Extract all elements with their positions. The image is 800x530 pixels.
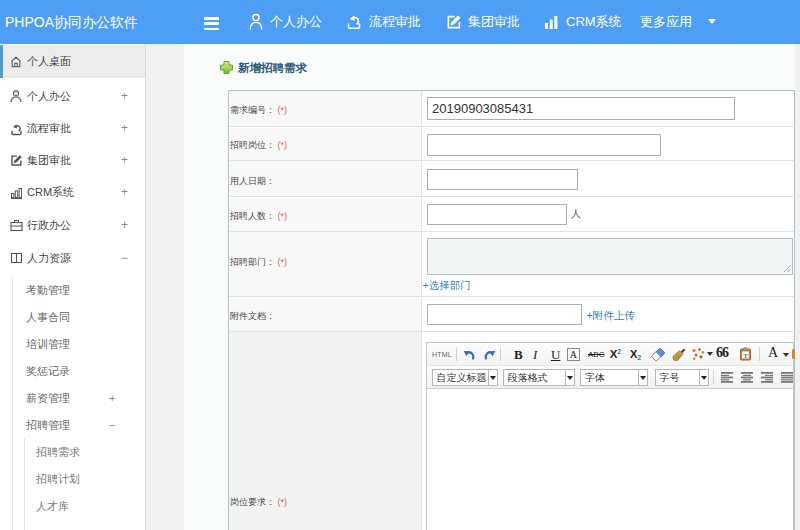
svg-text:T: T <box>743 352 748 360</box>
